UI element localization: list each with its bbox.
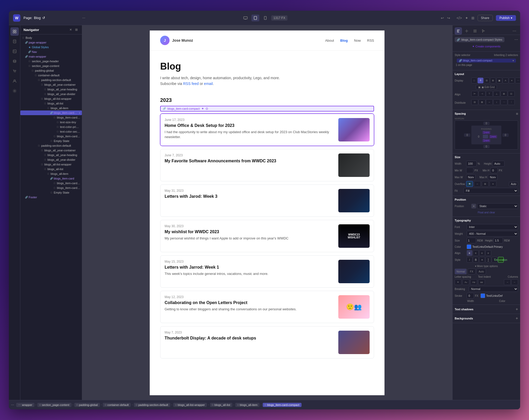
overflow-scroll-h[interactable]: ↔ — [474, 181, 481, 187]
blog-card-2[interactable]: May 31, 2023Letters with Jarod: Week 3 — [160, 184, 374, 217]
tree-item-blogs-all-list2[interactable]: □blogs_all-list — [20, 167, 82, 171]
align-bottom[interactable]: ⊡ — [508, 91, 515, 97]
display-a[interactable]: A — [503, 78, 508, 83]
tree-item-blogs-all-year-heading2[interactable]: □blogs_all_year-heading — [20, 153, 82, 157]
cap-title[interactable]: Aa — [470, 279, 477, 285]
tree-item-blogs-all-list-wrapper2[interactable]: □blogs_all-list-wrapper — [20, 162, 82, 167]
float-clear-link[interactable]: Float and clear — [455, 211, 518, 214]
cap-upper[interactable]: Aa — [462, 279, 469, 285]
tree-item-blogs-item-card-text2[interactable]: □blogs_item-card-text — [20, 186, 82, 190]
tree-item-nav[interactable]: 🔗Nav — [20, 50, 82, 54]
font-select[interactable]: Inter — [467, 224, 518, 230]
breadcrumb-more[interactable]: ⋯ — [11, 403, 14, 407]
weight-select[interactable]: 400 - Normal — [467, 231, 518, 237]
nav-icon-cms[interactable] — [10, 57, 19, 65]
breadcrumb-item-0[interactable]: ⋯wrapper — [16, 403, 34, 407]
overflow-visible[interactable]: 👁 — [466, 181, 473, 187]
line-height-input[interactable] — [494, 238, 503, 243]
tree-item-section-page-header[interactable]: □section_page-header — [20, 59, 82, 64]
canvas-area[interactable]: J Jose Munoz About Blog Now RSS Blog I w… — [82, 25, 452, 400]
tree-item-blogs-all-item2[interactable]: □blogs_all-item — [20, 171, 82, 176]
close-panel-icon[interactable]: ✕ — [68, 27, 73, 32]
display-flex[interactable]: ⠿ — [478, 78, 483, 83]
dir-ltr[interactable]: → — [504, 279, 511, 285]
ai-icon[interactable]: ✦ — [465, 15, 468, 21]
breadcrumb-item-6[interactable]: □blogs_all-list — [210, 403, 232, 407]
tree-item-global-styles[interactable]: ◈Global Styles — [20, 45, 82, 50]
nav-icon-users[interactable] — [10, 77, 19, 85]
overflow-hidden[interactable]: ≡ — [490, 181, 496, 187]
stroke-input[interactable] — [467, 293, 474, 299]
dist-1[interactable]: ⊟ — [471, 99, 478, 105]
tree-item-blogs-all-year-container[interactable]: □blogs_all_year-container — [20, 82, 82, 87]
nav-icon-settings[interactable] — [10, 87, 19, 95]
font-size-input[interactable] — [467, 238, 476, 243]
breadcrumb-item-7[interactable]: □blogs_all-item — [235, 403, 260, 407]
component-tag[interactable]: 🔗 blogs_item-card-compact Styles — [455, 37, 504, 42]
code-icon[interactable]: </> — [456, 15, 462, 21]
tree-item-padding-section-default[interactable]: □padding-section-default — [20, 78, 82, 82]
redo-btn[interactable]: ↪ — [447, 15, 450, 21]
create-components-link[interactable]: ✦ Create components — [455, 44, 518, 49]
normal-btn[interactable]: Normal — [455, 269, 467, 274]
blog-card-1[interactable]: June 7, 2023My Favorite Software Announc… — [160, 149, 374, 181]
blog-card-4[interactable]: May 15, 2023Letters with Jarrod: Week 1T… — [160, 255, 374, 288]
breadcrumb-item-4[interactable]: □padding-section-default — [134, 403, 170, 407]
dist-2[interactable]: ⊠ — [479, 99, 485, 105]
more-icon[interactable]: ⋯ — [81, 16, 86, 20]
tab-interact[interactable] — [480, 27, 487, 35]
backgrounds-header[interactable]: Backgrounds + — [455, 316, 518, 321]
view-tablet-btn[interactable] — [251, 15, 259, 21]
tree-item-page-wrapper[interactable]: 🔗page-wrapper — [20, 40, 82, 45]
tree-item-blogs-item-card-compact[interactable]: 🔗blogs_item-card-compact↕ — [20, 110, 82, 115]
text-shadows-header[interactable]: Text shadows + — [455, 307, 518, 312]
rss-link[interactable]: RSS feed — [183, 82, 199, 86]
fx-btn[interactable]: FX — [468, 269, 476, 274]
more-type-options[interactable]: ▾ More type options — [455, 264, 518, 269]
underline-btn[interactable]: T — [485, 257, 491, 263]
text-shadows-add[interactable]: + — [516, 307, 518, 312]
dir-rtl[interactable]: ← — [511, 279, 518, 285]
tree-item-blogs-all-item[interactable]: □blogs_all-item — [20, 106, 82, 110]
strike-btn[interactable]: ✕ — [479, 257, 485, 263]
display-list[interactable]: ≡ — [509, 78, 515, 83]
align-left[interactable]: ⊢ — [471, 91, 478, 97]
nav-blog[interactable]: Blog — [340, 39, 348, 42]
align-center-btn[interactable]: ≡ — [473, 250, 479, 256]
nav-icon-pages[interactable] — [10, 37, 19, 46]
tab-more[interactable]: ⋯ — [511, 27, 518, 35]
blog-card-6[interactable]: May 7, 2023Thunderbolt Display: A decade… — [160, 326, 374, 359]
display-grid[interactable]: ⊟ — [484, 78, 490, 83]
tab-settings[interactable] — [463, 27, 470, 35]
publish-btn[interactable]: Publish ▾ — [496, 15, 516, 21]
display-block[interactable]: □ — [471, 78, 477, 83]
dist-6[interactable]: ⋮ — [508, 99, 515, 105]
position-select[interactable]: Static Relative Absolute Fixed Sticky — [477, 203, 518, 209]
tree-item-footer[interactable]: 🔗Footer — [20, 195, 82, 200]
nav-about[interactable]: About — [325, 39, 334, 42]
align-right-btn[interactable]: ≡ — [479, 250, 485, 256]
padding-left[interactable]: 0 — [476, 135, 482, 138]
stroke-color-val[interactable]: Text/Links/Def — [486, 294, 518, 297]
breadcrumb-item-2[interactable]: □padding-global — [74, 403, 100, 407]
tree-item-blogs-all-list-wrapper[interactable]: □blogs_all-list-wrapper — [20, 96, 82, 101]
nav-rss[interactable]: RSS — [367, 39, 374, 42]
tree-item-blogs-item-card-image2[interactable]: □blogs_item-card-Image — [20, 181, 82, 186]
component-more[interactable]: ⋯ — [514, 38, 518, 42]
align-top[interactable]: ⊥ — [493, 91, 500, 97]
align-justify-btn[interactable]: ≡ — [485, 250, 491, 256]
dist-4[interactable]: ↕ — [493, 99, 500, 105]
nav-icon-navigator[interactable] — [10, 27, 19, 36]
tree-item-text-color-secondary-s[interactable]: □text-color-secondary-s... — [20, 129, 82, 134]
nav-icon-assets[interactable] — [10, 47, 19, 55]
align-left-btn[interactable]: ≡ — [467, 250, 472, 256]
dist-5[interactable]: ⋯ — [501, 99, 507, 105]
bold-btn[interactable]: B — [473, 257, 479, 263]
display-inline[interactable]: ⊞ — [490, 78, 496, 83]
breadcrumb-item-8[interactable]: □blogs_item-card-compact — [263, 403, 302, 407]
align-center-h[interactable]: ⊣ — [479, 91, 485, 97]
tree-item-blogs-all-year-divider[interactable]: □blogs_all_year-divider — [20, 92, 82, 96]
apps-icon[interactable]: ⊞ — [471, 15, 474, 21]
expand-panel-icon[interactable]: ⊞ — [74, 27, 79, 32]
width-input[interactable] — [466, 161, 477, 166]
